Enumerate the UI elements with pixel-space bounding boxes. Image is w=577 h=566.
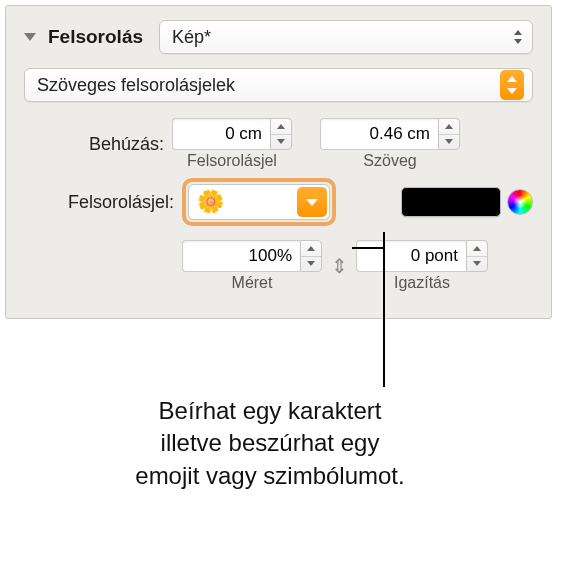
orange-updown-icon [500, 70, 524, 100]
bullet-indent-stepper[interactable] [270, 118, 292, 150]
symbol-row: Felsorolásjel: 🌼 [24, 178, 533, 226]
stepper-up-icon[interactable] [271, 119, 291, 135]
stepper-down-icon[interactable] [467, 257, 487, 272]
disclosure-triangle-icon[interactable] [24, 33, 36, 41]
align-sublabel: Igazítás [394, 274, 450, 292]
indent-label: Behúzás: [24, 134, 164, 155]
stepper-down-icon[interactable] [271, 135, 291, 150]
color-well-group [401, 187, 533, 217]
list-type-popup[interactable]: Kép* [159, 20, 533, 54]
align-control [356, 240, 488, 272]
bullet-style-popup[interactable]: Szöveges felsorolásjelek [24, 68, 533, 102]
flower-emoji-icon: 🌼 [191, 189, 230, 215]
text-indent-input[interactable] [320, 118, 438, 150]
dropdown-arrow-icon[interactable] [297, 187, 327, 217]
updown-arrows-icon [512, 28, 524, 46]
panel-header-row: Felsorolás Kép* [24, 20, 533, 54]
text-indent-field-wrap: Szöveg [320, 118, 460, 170]
bullet-style-value: Szöveges felsorolásjelek [37, 75, 235, 96]
stepper-up-icon[interactable] [301, 241, 321, 257]
stepper-up-icon[interactable] [439, 119, 459, 135]
size-align-row: Méret ⇕ Igazítás [24, 240, 533, 292]
align-stepper[interactable] [466, 240, 488, 272]
text-indent-sublabel: Szöveg [363, 152, 416, 170]
bullet-indent-input[interactable] [172, 118, 270, 150]
align-guide-icon: ⇕ [330, 254, 348, 278]
bullet-indent-field-wrap: Felsorolásjel [172, 118, 292, 170]
list-type-value: Kép* [172, 27, 211, 48]
callout-caption: Beírhat egy karaktert illetve beszúrhat … [60, 395, 480, 492]
size-stepper[interactable] [300, 240, 322, 272]
size-sublabel: Méret [232, 274, 273, 292]
indent-row: Behúzás: Felsorolásjel Szöveg [24, 118, 533, 170]
align-input[interactable] [356, 240, 466, 272]
panel-title: Felsorolás [48, 26, 143, 48]
text-indent-stepper[interactable] [438, 118, 460, 150]
color-wheel-icon[interactable] [507, 189, 533, 215]
size-input[interactable] [182, 240, 300, 272]
stepper-down-icon[interactable] [301, 257, 321, 272]
size-field-wrap: Méret [182, 240, 322, 292]
size-control [182, 240, 322, 272]
symbol-label: Felsorolásjel: [24, 192, 174, 213]
bullet-indent-sublabel: Felsorolásjel [187, 152, 277, 170]
bullet-indent-control [172, 118, 292, 150]
callout-line [383, 232, 385, 387]
text-indent-control [320, 118, 460, 150]
symbol-highlight-ring: 🌼 [182, 178, 336, 226]
bullet-symbol-popup[interactable]: 🌼 [188, 184, 330, 220]
stepper-down-icon[interactable] [439, 135, 459, 150]
stepper-up-icon[interactable] [467, 241, 487, 257]
callout-line [352, 247, 384, 249]
bullets-panel: Felsorolás Kép* Szöveges felsorolásjelek… [5, 5, 552, 319]
color-swatch[interactable] [401, 187, 501, 217]
